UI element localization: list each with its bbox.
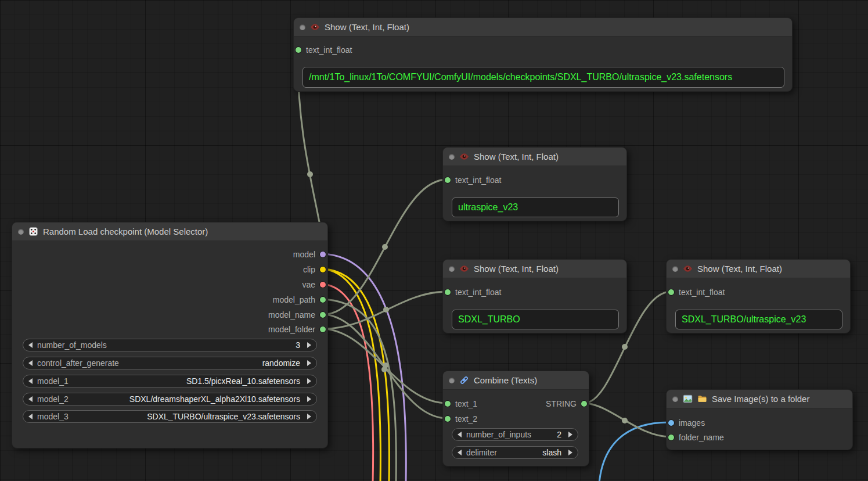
node-graph-canvas[interactable]: Show (Text, Int, Float) text_int_float /… (0, 0, 868, 481)
node-title: Show (Text, Int, Float) (325, 22, 409, 32)
node-title: Show (Text, Int, Float) (697, 264, 782, 274)
node-title-bar[interactable]: Save Image(s) to a folder (667, 390, 852, 408)
decrement-arrow-icon[interactable] (28, 396, 33, 402)
wire-model-folder-to-show (323, 292, 447, 329)
text-display[interactable]: SDXL_TURBO/ultraspice_v23 (675, 310, 842, 329)
node-title-bar[interactable]: Combine (Texts) (443, 371, 589, 390)
node-show-model-name[interactable]: Show (Text, Int, Float) text_int_float u… (442, 147, 627, 221)
link-midpoint-dot[interactable] (622, 418, 628, 423)
collapse-dot[interactable] (18, 229, 24, 235)
output-dot[interactable] (320, 297, 326, 303)
collapse-dot[interactable] (300, 24, 305, 30)
text-display[interactable]: /mnt/1To_linux/1To/COMFYUI/ComfyUI/model… (302, 67, 784, 88)
node-show-full-path[interactable]: Show (Text, Int, Float) text_int_float /… (293, 17, 793, 92)
input-dot[interactable] (445, 177, 451, 183)
wire-string-to-save (585, 403, 671, 437)
decrement-arrow-icon[interactable] (28, 342, 33, 348)
output-dot[interactable] (320, 267, 326, 272)
widget-value: SDXL/dreamshaperXL_alpha2Xl10.safetensor… (129, 394, 302, 404)
collapse-dot[interactable] (449, 266, 455, 272)
decrement-arrow-icon[interactable] (458, 450, 462, 455)
increment-arrow-icon[interactable] (307, 396, 311, 402)
widget-model-3[interactable]: model_3 SDXL_TURBO/ultraspice_v23.safete… (23, 410, 317, 423)
widget-delimiter[interactable]: delimiter slash (452, 446, 578, 459)
text-display[interactable]: SDXL_TURBO (452, 310, 619, 329)
decrement-arrow-icon[interactable] (28, 360, 33, 366)
input-dot[interactable] (445, 289, 451, 295)
link-midpoint-dot[interactable] (622, 344, 628, 350)
link-midpoint-dot[interactable] (383, 307, 389, 313)
collapse-dot[interactable] (449, 378, 455, 383)
output-slot-model-path[interactable]: model_path (273, 294, 326, 306)
node-random-load-checkpoint[interactable]: Random Load checkpoint (Model Selector) … (12, 222, 328, 448)
widget-model-1[interactable]: model_1 SD1.5/picxReal_10.safetensors (23, 375, 317, 387)
widget-label: model_2 (37, 394, 69, 404)
increment-arrow-icon[interactable] (307, 414, 311, 419)
output-slot-clip[interactable]: clip (303, 264, 326, 275)
input-slot-label: text_int_float (455, 288, 501, 297)
input-dot[interactable] (668, 435, 674, 440)
input-slot-text-2[interactable]: text_2 (445, 413, 477, 425)
input-dot[interactable] (668, 420, 674, 426)
link-midpoint-dot[interactable] (383, 362, 388, 368)
node-title: Save Image(s) to a folder (712, 394, 809, 404)
collapse-dot[interactable] (672, 266, 678, 272)
collapse-dot[interactable] (449, 154, 455, 160)
output-slot-vae[interactable]: vae (302, 279, 326, 290)
text-display[interactable]: ultraspice_v23 (452, 198, 619, 217)
widget-model-2[interactable]: model_2 SDXL/dreamshaperXL_alpha2Xl10.sa… (23, 393, 317, 405)
wire-model-path-down (323, 299, 396, 481)
output-slot-model-folder[interactable]: model_folder (268, 324, 326, 335)
widget-number-of-models[interactable]: number_of_models 3 (23, 339, 317, 351)
wire-images (599, 422, 669, 481)
node-show-combined[interactable]: Show (Text, Int, Float) text_int_float S… (666, 259, 851, 333)
output-dot[interactable] (320, 326, 326, 332)
widget-number-of-inputs[interactable]: number_of_inputs 2 (452, 428, 578, 441)
node-title-bar[interactable]: Random Load checkpoint (Model Selector) (12, 222, 327, 241)
dice-icon (28, 227, 38, 236)
node-title-bar[interactable]: Show (Text, Int, Float) (443, 148, 626, 166)
link-midpoint-dot[interactable] (381, 367, 387, 372)
increment-arrow-icon[interactable] (307, 360, 311, 366)
node-title: Show (Text, Int, Float) (474, 264, 559, 274)
input-slot-images[interactable]: images (668, 417, 705, 429)
output-slot-model[interactable]: model (293, 249, 326, 260)
output-slot-string[interactable]: STRING (546, 398, 587, 410)
decrement-arrow-icon[interactable] (28, 378, 33, 384)
link-midpoint-dot[interactable] (382, 244, 388, 250)
increment-arrow-icon[interactable] (568, 450, 572, 455)
output-dot[interactable] (320, 312, 326, 318)
output-slot-label: model_path (273, 295, 315, 304)
node-combine-texts[interactable]: Combine (Texts) text_1 text_2 STRING num… (442, 371, 589, 466)
input-dot[interactable] (445, 401, 451, 407)
link-midpoint-dot[interactable] (307, 171, 313, 177)
node-title-bar[interactable]: Show (Text, Int, Float) (443, 260, 626, 278)
input-dot[interactable] (668, 289, 674, 295)
increment-arrow-icon[interactable] (307, 342, 311, 348)
input-dot[interactable] (445, 416, 451, 422)
eye-icon (459, 264, 469, 274)
output-slot-model-name[interactable]: model_name (268, 309, 326, 321)
input-dot[interactable] (296, 47, 301, 53)
node-title-bar[interactable]: Show (Text, Int, Float) (294, 18, 792, 37)
increment-arrow-icon[interactable] (307, 378, 311, 384)
decrement-arrow-icon[interactable] (28, 414, 33, 419)
widget-control-after-generate[interactable]: control_after_generate randomize (23, 357, 317, 369)
input-slot-text-int-float[interactable]: text_int_float (668, 286, 725, 298)
node-show-model-folder[interactable]: Show (Text, Int, Float) text_int_float S… (442, 259, 627, 333)
node-title-bar[interactable]: Show (Text, Int, Float) (667, 260, 850, 278)
increment-arrow-icon[interactable] (568, 432, 572, 437)
decrement-arrow-icon[interactable] (458, 432, 462, 437)
input-slot-text-int-float[interactable]: text_int_float (296, 44, 352, 56)
input-slot-folder-name[interactable]: folder_name (668, 432, 724, 443)
output-dot[interactable] (320, 282, 326, 288)
node-save-images-to-folder[interactable]: Save Image(s) to a folder images folder_… (666, 389, 853, 450)
input-slot-text-int-float[interactable]: text_int_float (445, 286, 501, 298)
widget-value: 3 (296, 340, 302, 350)
output-dot[interactable] (320, 252, 326, 257)
output-slot-label: model (293, 250, 315, 259)
input-slot-text-1[interactable]: text_1 (445, 398, 477, 410)
collapse-dot[interactable] (672, 396, 678, 402)
output-dot[interactable] (581, 401, 587, 407)
input-slot-text-int-float[interactable]: text_int_float (445, 174, 501, 186)
